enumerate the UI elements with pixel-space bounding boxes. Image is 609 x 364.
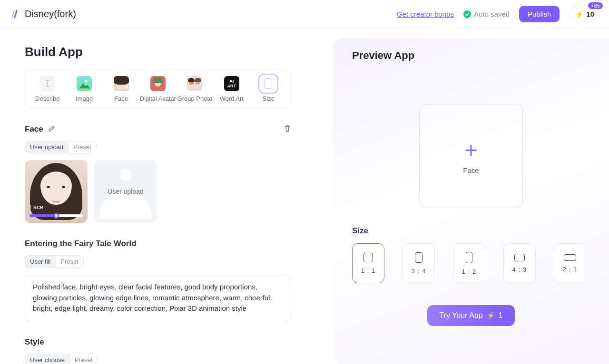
build-panel: Build App Describe Image F (0, 29, 314, 364)
app-logo-icon (9, 9, 20, 20)
try-app-cost: 1 (499, 311, 503, 320)
size-options: 1 : 1 3 : 4 1 : 2 4 : 3 2 : 1 (352, 243, 590, 283)
try-app-label: Try Your App (440, 311, 483, 320)
type-label: Size (263, 95, 275, 102)
word-art-icon: AIART (224, 76, 239, 91)
plus-icon: ＋ (461, 139, 481, 160)
bolt-icon: ⚡ (487, 312, 495, 319)
text-cursor-icon (40, 76, 55, 91)
app-title: Disney(fork) (25, 9, 76, 19)
type-label: Image (76, 95, 93, 102)
type-selector: Describe Image Face (25, 70, 291, 108)
face-section-title: Face (25, 125, 43, 134)
face-cards: Face User upload (25, 160, 291, 223)
prompt-section-head: Entering the Fairy Tale World (25, 239, 291, 249)
header-right: Get creator bonus Auto saved Publish ⚡ 1… (397, 6, 600, 22)
size-option-2-1[interactable]: 2 : 1 (554, 243, 586, 283)
type-face[interactable]: Face (103, 76, 139, 102)
face-example-card[interactable]: Face (25, 160, 88, 223)
prompt-section-title: Entering the Fairy Tale World (25, 239, 137, 249)
type-label: Word Art (220, 95, 244, 102)
face-mode-pills: User upload Preset (25, 141, 97, 153)
pill-user-fill[interactable]: User fill (25, 256, 55, 268)
auto-saved-status: Auto saved (463, 10, 510, 18)
type-describe[interactable]: Describe (29, 76, 66, 102)
style-mode-pills: User choose Preset (25, 354, 98, 364)
ratio-shape-icon (564, 254, 576, 261)
type-digital-avatar[interactable]: Digital Avatar (139, 76, 176, 102)
header: Disney(fork) Get creator bonus Auto save… (0, 0, 609, 29)
landscape-icon (77, 76, 92, 91)
size-label: 4 : 3 (512, 266, 527, 273)
size-label: 1 : 1 (361, 267, 375, 274)
type-size[interactable]: Size (250, 76, 287, 102)
avatar-icon (150, 76, 166, 91)
prompt-textbox[interactable]: Polished face, bright eyes, clear facial… (25, 275, 291, 321)
prompt-mode-pills: User fill Preset (25, 255, 84, 268)
preview-panel: Preview App ＋ Face Size 1 : 1 3 : 4 1 : … (333, 38, 609, 364)
ratio-shape-icon (363, 253, 373, 262)
ratio-shape-icon (466, 252, 472, 263)
credits-value: 10 (586, 10, 594, 18)
face-drop-zone[interactable]: ＋ Face (419, 105, 523, 208)
bolt-icon: ⚡ (575, 10, 583, 18)
size-label: 1 : 2 (462, 268, 476, 275)
try-app-button[interactable]: Try Your App ⚡ 1 (427, 305, 515, 326)
trash-icon[interactable] (284, 125, 291, 134)
face-icon (114, 76, 129, 91)
pill-preset[interactable]: Preset (69, 354, 98, 364)
creator-bonus-link[interactable]: Get creator bonus (397, 10, 454, 18)
type-label: Describe (35, 95, 59, 102)
pill-user-choose[interactable]: User choose (25, 354, 69, 364)
check-circle-icon (463, 10, 471, 18)
size-option-1-1[interactable]: 1 : 1 (352, 243, 384, 283)
preview-title: Preview App (352, 49, 590, 62)
drop-zone-label: Face (463, 166, 479, 174)
publish-button[interactable]: Publish (519, 6, 560, 22)
auto-saved-label: Auto saved (474, 10, 510, 18)
preview-panel-wrapper: Preview App ＋ Face Size 1 : 1 3 : 4 1 : … (314, 29, 609, 364)
type-word-art[interactable]: AIART Word Art (213, 76, 250, 102)
edit-icon[interactable] (48, 125, 55, 134)
size-option-4-3[interactable]: 4 : 3 (503, 243, 536, 283)
size-label: 3 : 4 (412, 268, 426, 275)
size-icon (261, 76, 276, 91)
build-title: Build App (25, 45, 291, 59)
credits-pill[interactable]: ⚡ 10 +65 (569, 7, 600, 21)
group-icon (187, 76, 202, 91)
type-group-photo[interactable]: Group Photo (177, 76, 213, 102)
face-upload-card[interactable]: User upload (94, 160, 157, 223)
pill-preset[interactable]: Preset (55, 256, 83, 268)
type-label: Group Photo (177, 95, 213, 102)
style-section-head: Style (25, 337, 291, 347)
type-label: Face (114, 95, 128, 102)
style-section-title: Style (25, 337, 44, 347)
type-label: Digital Avatar (140, 95, 176, 102)
size-label: 2 : 1 (563, 266, 577, 273)
ratio-shape-icon (514, 254, 525, 261)
face-upload-text: User upload (108, 188, 144, 195)
svg-point-0 (85, 80, 88, 83)
face-weight-slider[interactable] (29, 214, 83, 217)
face-example-caption: Face (29, 203, 43, 211)
pill-preset[interactable]: Preset (68, 141, 96, 153)
size-title: Size (352, 226, 590, 236)
header-left: Disney(fork) (9, 9, 76, 20)
face-section-head: Face (25, 125, 291, 134)
size-option-1-2[interactable]: 1 : 2 (453, 243, 485, 283)
type-image[interactable]: Image (66, 76, 102, 102)
pill-user-upload[interactable]: User upload (25, 141, 68, 153)
ratio-shape-icon (415, 252, 422, 263)
size-option-3-4[interactable]: 3 : 4 (403, 243, 435, 283)
credits-badge: +65 (588, 2, 603, 9)
